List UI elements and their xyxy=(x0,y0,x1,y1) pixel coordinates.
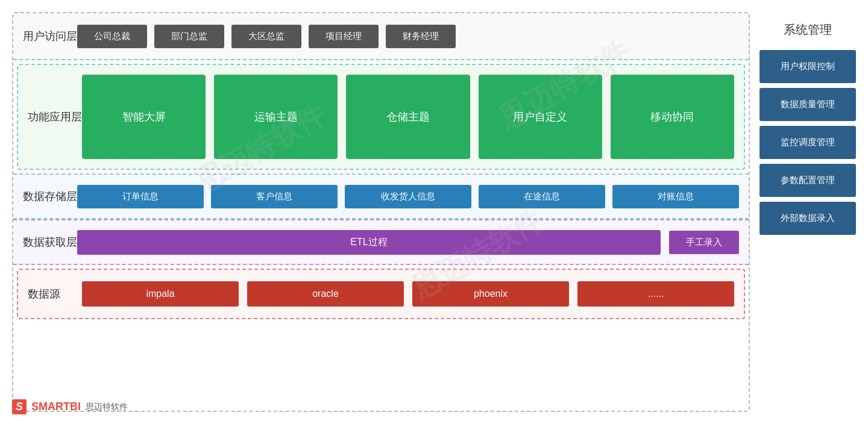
user-access-layer: 用户访问层 公司总裁 部门总监 大区总监 项目经理 财务经理 xyxy=(13,13,749,60)
role-btn-5[interactable]: 财务经理 xyxy=(386,25,456,48)
right-btn-3[interactable]: 监控调度管理 xyxy=(760,126,856,159)
role-btn-2[interactable]: 部门总监 xyxy=(154,25,224,48)
data-storage-label: 数据存储层 xyxy=(23,189,77,204)
source-btn-2[interactable]: oracle xyxy=(247,281,404,307)
footer: S SMARTBI 思迈特软件 xyxy=(12,399,128,414)
app-card-3[interactable]: 仓储主题 xyxy=(346,75,470,159)
right-btn-4[interactable]: 参数配置管理 xyxy=(760,164,856,197)
func-app-content: 智能大屏 运输主题 仓储主题 用户自定义 移动协同 xyxy=(82,65,734,169)
func-app-label: 功能应用层 xyxy=(28,110,82,124)
brand-name: SMARTBI xyxy=(31,401,81,413)
right-btn-5[interactable]: 外部数据录入 xyxy=(760,202,856,235)
role-btn-4[interactable]: 项目经理 xyxy=(309,25,379,48)
data-storage-content: 订单信息 客户信息 收发货人信息 在途信息 对账信息 xyxy=(77,178,739,216)
data-source-label: 数据源 xyxy=(28,287,82,301)
func-app-outer: 功能应用层 智能大屏 运输主题 仓储主题 用户自定义 移动协同 xyxy=(17,64,745,170)
role-btn-1[interactable]: 公司总裁 xyxy=(77,25,147,48)
right-panel-title: 系统管理 xyxy=(760,12,856,50)
company-name: 思迈特软件 xyxy=(86,402,128,413)
func-app-layer: 功能应用层 智能大屏 运输主题 仓储主题 用户自定义 移动协同 xyxy=(18,65,744,169)
data-source-content: impala oracle phoenix ...... xyxy=(82,274,734,314)
data-source-outer: 数据源 impala oracle phoenix ...... xyxy=(17,269,745,319)
data-acq-label: 数据获取层 xyxy=(23,235,77,249)
user-access-label: 用户访问层 xyxy=(23,29,77,43)
manual-button[interactable]: 手工录入 xyxy=(669,231,739,254)
right-btn-2[interactable]: 数据质量管理 xyxy=(760,88,856,121)
storage-btn-1[interactable]: 订单信息 xyxy=(77,185,204,208)
app-card-2[interactable]: 运输主题 xyxy=(214,75,338,159)
app-card-5[interactable]: 移动协同 xyxy=(611,75,734,159)
data-source-layer: 数据源 impala oracle phoenix ...... xyxy=(18,270,744,318)
storage-btn-4[interactable]: 在途信息 xyxy=(479,185,605,208)
user-access-content: 公司总裁 部门总监 大区总监 项目经理 财务经理 xyxy=(77,17,739,55)
role-btn-3[interactable]: 大区总监 xyxy=(231,25,301,48)
etl-button[interactable]: ETL过程 xyxy=(77,230,661,255)
storage-btn-3[interactable]: 收发货人信息 xyxy=(345,185,471,208)
source-btn-3[interactable]: phoenix xyxy=(412,281,569,307)
source-btn-4[interactable]: ...... xyxy=(577,281,734,307)
storage-btn-5[interactable]: 对账信息 xyxy=(612,185,739,208)
data-acq-content: ETL过程 手工录入 xyxy=(77,223,739,262)
data-acq-layer: 数据获取层 ETL过程 手工录入 xyxy=(13,219,749,265)
app-card-1[interactable]: 智能大屏 xyxy=(82,75,206,159)
main-container: 用户访问层 公司总裁 部门总监 大区总监 项目经理 财务经理 功能应用层 智能大… xyxy=(0,0,868,424)
architecture-panel: 用户访问层 公司总裁 部门总监 大区总监 项目经理 财务经理 功能应用层 智能大… xyxy=(12,12,750,412)
data-storage-layer: 数据存储层 订单信息 客户信息 收发货人信息 在途信息 对账信息 xyxy=(13,173,749,219)
source-btn-1[interactable]: impala xyxy=(82,281,239,307)
app-card-4[interactable]: 用户自定义 xyxy=(479,75,602,159)
logo-letter: S xyxy=(12,399,27,414)
storage-btn-2[interactable]: 客户信息 xyxy=(211,185,338,208)
right-btn-1[interactable]: 用户权限控制 xyxy=(760,50,856,83)
smartbi-logo: S xyxy=(12,399,27,414)
right-panel: 系统管理 用户权限控制 数据质量管理 监控调度管理 参数配置管理 外部数据录入 xyxy=(760,12,856,412)
